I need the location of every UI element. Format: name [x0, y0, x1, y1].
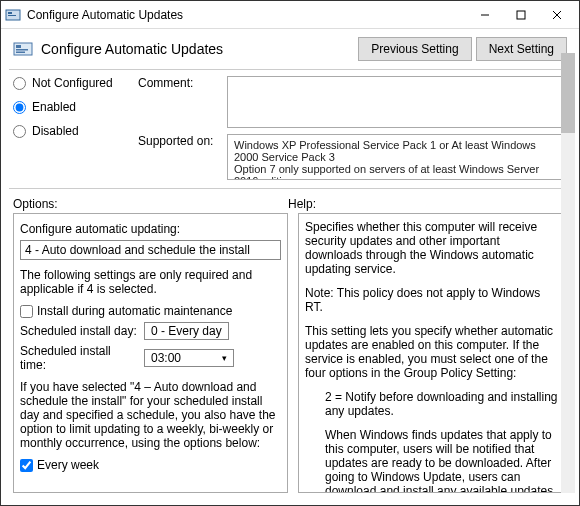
- configure-updating-label: Configure automatic updating:: [20, 222, 281, 236]
- help-p5: When Windows finds updates that apply to…: [305, 428, 560, 493]
- install-time-value: 03:00: [151, 351, 181, 365]
- policy-large-icon: [13, 39, 33, 59]
- options-note-2: If you have selected "4 – Auto download …: [20, 380, 281, 450]
- state-section: Not Configured Enabled Disabled Comment:…: [1, 76, 579, 188]
- supported-on-text: Windows XP Professional Service Pack 1 o…: [227, 134, 567, 180]
- help-p2: Note: This policy does not apply to Wind…: [305, 286, 560, 314]
- help-p1: Specifies whether this computer will rec…: [305, 220, 560, 276]
- maintenance-checkbox-row[interactable]: Install during automatic maintenance: [20, 304, 281, 318]
- comment-field[interactable]: [227, 76, 567, 128]
- radio-disabled-input[interactable]: [13, 125, 26, 138]
- maximize-button[interactable]: [503, 3, 539, 27]
- policy-window: Configure Automatic Updates Configure Au…: [0, 0, 580, 506]
- scrollbar-thumb[interactable]: [561, 53, 575, 133]
- svg-rect-8: [16, 45, 21, 48]
- supported-label: Supported on:: [138, 134, 223, 148]
- radio-disabled-label: Disabled: [32, 124, 79, 138]
- configure-updating-select[interactable]: 4 - Auto download and schedule the insta…: [20, 240, 281, 260]
- install-day-select[interactable]: 0 - Every day: [144, 322, 229, 340]
- every-week-row[interactable]: Every week: [20, 458, 281, 472]
- radio-not-configured-input[interactable]: [13, 77, 26, 90]
- window-scrollbar[interactable]: [561, 53, 575, 493]
- install-day-label: Scheduled install day:: [20, 324, 140, 338]
- every-week-label: Every week: [37, 458, 99, 472]
- minimize-button[interactable]: [467, 3, 503, 27]
- every-week-checkbox[interactable]: [20, 459, 33, 472]
- install-time-label: Scheduled install time:: [20, 344, 140, 372]
- radio-enabled-input[interactable]: [13, 101, 26, 114]
- next-setting-button[interactable]: Next Setting: [476, 37, 567, 61]
- policy-header: Configure Automatic Updates Previous Set…: [1, 29, 579, 69]
- svg-rect-4: [517, 11, 525, 19]
- window-title: Configure Automatic Updates: [27, 8, 467, 22]
- svg-rect-9: [16, 49, 28, 51]
- svg-rect-10: [16, 52, 25, 54]
- radio-disabled[interactable]: Disabled: [13, 124, 138, 138]
- svg-rect-1: [8, 12, 12, 14]
- radio-enabled-label: Enabled: [32, 100, 76, 114]
- help-p4: 2 = Notify before downloading and instal…: [305, 390, 560, 418]
- previous-setting-button[interactable]: Previous Setting: [358, 37, 471, 61]
- help-panel[interactable]: Specifies whether this computer will rec…: [298, 213, 567, 493]
- comment-label: Comment:: [138, 76, 223, 90]
- configure-updating-value: 4 - Auto download and schedule the insta…: [25, 243, 250, 257]
- radio-enabled[interactable]: Enabled: [13, 100, 138, 114]
- close-button[interactable]: [539, 3, 575, 27]
- radio-not-configured-label: Not Configured: [32, 76, 113, 90]
- policy-icon: [5, 7, 21, 23]
- options-label: Options:: [13, 197, 288, 211]
- pane-labels: Options: Help:: [1, 195, 579, 213]
- chevron-down-icon: ▾: [222, 353, 227, 363]
- options-note-1: The following settings are only required…: [20, 268, 281, 296]
- install-day-value: 0 - Every day: [151, 324, 222, 338]
- policy-name: Configure Automatic Updates: [41, 41, 223, 57]
- panels: Configure automatic updating: 4 - Auto d…: [1, 213, 579, 505]
- maintenance-label: Install during automatic maintenance: [37, 304, 232, 318]
- titlebar: Configure Automatic Updates: [1, 1, 579, 29]
- help-label: Help:: [288, 197, 316, 211]
- maintenance-checkbox[interactable]: [20, 305, 33, 318]
- svg-rect-2: [8, 15, 16, 16]
- install-time-select[interactable]: 03:00 ▾: [144, 349, 234, 367]
- help-p3: This setting lets you specify whether au…: [305, 324, 560, 380]
- options-panel[interactable]: Configure automatic updating: 4 - Auto d…: [13, 213, 288, 493]
- radio-not-configured[interactable]: Not Configured: [13, 76, 138, 90]
